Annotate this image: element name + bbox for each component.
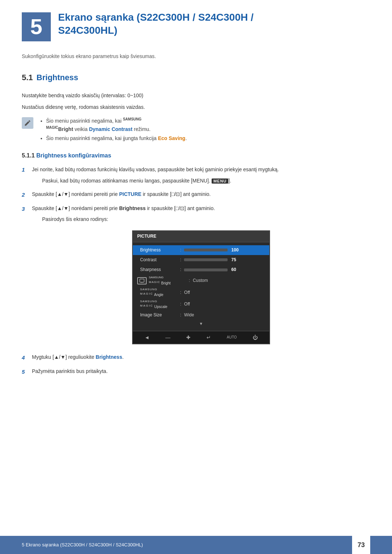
magic-upscale-label: SAMSUNGMAGIC Upscale	[140, 300, 180, 309]
icon-power: ⏻	[253, 333, 258, 341]
page-footer: 5 Ekrano sąranka (S22C300H / S24C300H / …	[0, 536, 392, 554]
screen-row-contrast: Contrast : 75	[133, 255, 269, 265]
step-1-sub: Paskui, kad būtų rodomas atitinkamas men…	[42, 177, 279, 185]
magic-angle-label: SAMSUNGMAGIC Angle	[140, 288, 180, 297]
footer-text: 5 Ekrano sąranka (S22C300H / S24C300H / …	[22, 541, 143, 549]
step-5-content: Pažymėta parinktis bus pritaikyta.	[32, 367, 108, 375]
menu-tag: MENU	[212, 178, 228, 184]
subsection-number: 5.1.1	[22, 152, 35, 159]
note-icon	[22, 117, 33, 129]
screen-menu-list: Brightness : 100 Contrast :	[133, 242, 269, 331]
icon-auto: AUTO	[227, 335, 237, 340]
note-box: Šio meniu pasirinkti negalima, kai SAMSU…	[22, 116, 370, 143]
scroll-indicator: ▼	[133, 320, 269, 328]
screen-row-sharpness: Sharpness : 60	[133, 265, 269, 275]
contrast-value: 75	[184, 257, 236, 263]
step-1-text: Jei norite, kad būtų rodomas funkcinių k…	[32, 167, 279, 172]
steps-list: 1 Jei norite, kad būtų rodomas funkcinių…	[22, 165, 370, 223]
step-4-content: Mygtuku [▲/▼] reguliuokite Brightness.	[32, 353, 124, 361]
note-item-1: Šio meniu pasirinkti negalima, kai SAMSU…	[46, 116, 187, 133]
step-num-2: 2	[22, 190, 27, 199]
page-header: 5 Ekrano sąranka (S22C300H / S24C300H / …	[0, 0, 392, 49]
section-number: 5.1	[22, 71, 33, 84]
body-para-1: Nustatykite bendrą vaizdo skaisčių (inte…	[22, 91, 370, 99]
chapter-number: 5	[22, 12, 51, 41]
brightness-bar	[184, 249, 228, 251]
main-content: Sukonfigūruokite tokius ekrano parametru…	[0, 49, 392, 410]
body-para-2: Nustačius didesnę vertę, rodomas skaiste…	[22, 103, 370, 111]
step-3: 3 Spauskite [▲/▼] norėdami pereiti prie …	[22, 204, 370, 223]
contrast-label: Contrast	[140, 257, 180, 263]
monitor-icon	[137, 277, 147, 284]
step-3-text: Spauskite [▲/▼] norėdami pereiti prie Br…	[32, 204, 215, 212]
step-num-1: 1	[22, 165, 27, 174]
magic-bright-label: SAMSUNGMAGIC Bright	[149, 276, 189, 285]
svg-rect-0	[140, 279, 144, 282]
step-5: 5 Pažymėta parinktis bus pritaikyta.	[22, 367, 370, 376]
icon-plus: ✚	[186, 333, 191, 341]
screen-row-brightness: Brightness : 100	[133, 245, 269, 255]
screen-row-magic-bright: SAMSUNGMAGIC Bright : Custom	[133, 275, 269, 287]
icon-left: ◄	[144, 333, 150, 341]
intro-text: Sukonfigūruokite tokius ekrano parametru…	[22, 52, 370, 60]
step-4: 4 Mygtuku [▲/▼] reguliuokite Brightness.	[22, 353, 370, 362]
sharpness-bar	[184, 268, 228, 271]
magic-bright-value: Custom	[193, 277, 208, 284]
screen-title-bar: PICTURE	[133, 231, 269, 242]
screen-row-magic-angle: SAMSUNGMAGIC Angle : Off	[133, 287, 269, 299]
sharpness-value: 60	[184, 266, 236, 273]
image-size-label: Image Size	[140, 312, 180, 319]
magic-angle-value: Off	[184, 289, 190, 296]
screen-row-image-size: Image Size : Wide	[133, 310, 269, 320]
subsection-heading: 5.1.1 Brightness konfigūravimas	[22, 151, 370, 160]
sharpness-label: Sharpness	[140, 266, 180, 273]
step-num-3: 3	[22, 205, 27, 213]
pencil-icon	[24, 119, 31, 127]
monitor-svg	[139, 279, 144, 283]
icon-minus: —	[165, 333, 170, 341]
brightness-value: 100	[184, 247, 238, 254]
footer-page-number: 73	[352, 536, 370, 554]
brightness-num: 100	[231, 247, 238, 254]
chapter-title: Ekrano sąranka (S22C300H / S24C300H / S2…	[58, 11, 254, 37]
steps-list-2: 4 Mygtuku [▲/▼] reguliuokite Brightness.…	[22, 353, 370, 376]
step-3-content: Spauskite [▲/▼] norėdami pereiti prie Br…	[32, 204, 215, 223]
image-size-value: Wide	[184, 312, 194, 319]
step-2: 2 Spauskite [▲/▼] norėdami pereiti prie …	[22, 190, 370, 199]
step-2-content: Spauskite [▲/▼] norėdami pereiti prie PI…	[32, 190, 211, 198]
step-num-5: 5	[22, 368, 27, 376]
screen-row-magic-upscale: SAMSUNGMAGIC Upscale : Off	[133, 299, 269, 311]
note-item-2: Šio meniu pasirinkti negalima, kai įjung…	[46, 135, 187, 142]
screen-image: PICTURE Brightness : 100 Contrast	[132, 230, 270, 344]
magic-upscale-value: Off	[184, 301, 190, 308]
screen-bottom-bar: ◄ — ✚ ↵ AUTO ⏻	[133, 331, 269, 344]
icon-enter: ↵	[207, 333, 211, 341]
step-num-4: 4	[22, 353, 27, 362]
contrast-bar	[184, 258, 228, 261]
step-1: 1 Jei norite, kad būtų rodomas funkcinių…	[22, 165, 370, 185]
sharpness-num: 60	[231, 266, 236, 273]
subsection-title: Brightness konfigūravimas	[36, 152, 111, 159]
contrast-num: 75	[231, 257, 236, 263]
section-title: Brightness	[37, 71, 78, 84]
step-3-sub: Pasirodys šis ekrano rodinys:	[42, 215, 215, 223]
screen-image-container: PICTURE Brightness : 100 Contrast	[32, 230, 370, 344]
chapter-title-block: Ekrano sąranka (S22C300H / S24C300H / S2…	[58, 11, 254, 37]
note-bullets: Šio meniu pasirinkti negalima, kai SAMSU…	[39, 116, 187, 143]
section-heading: 5.1 Brightness	[22, 71, 370, 84]
step-1-content: Jei norite, kad būtų rodomas funkcinių k…	[32, 165, 279, 185]
brightness-label: Brightness	[140, 247, 180, 254]
